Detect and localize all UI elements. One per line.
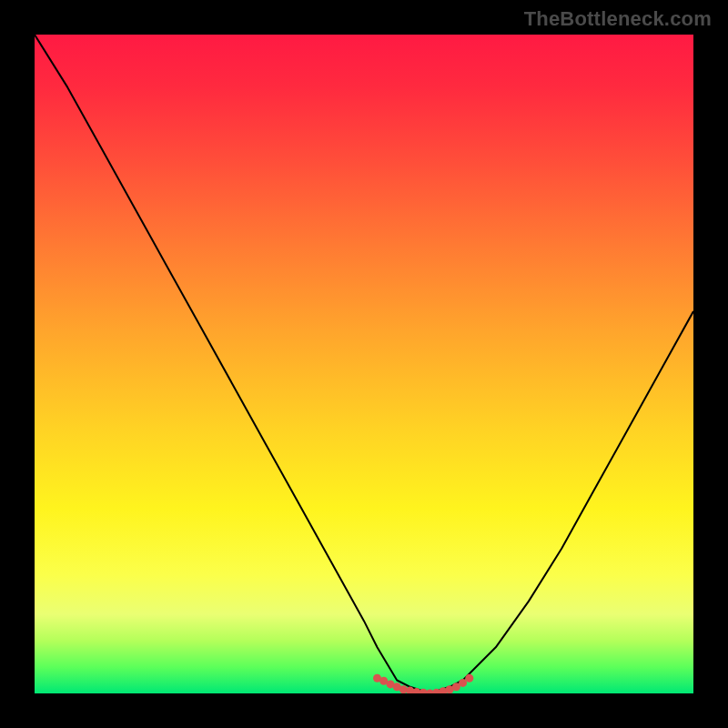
chart-frame: TheBottleneck.com bbox=[0, 0, 728, 728]
optimal-dot bbox=[465, 674, 473, 682]
chart-svg bbox=[35, 35, 693, 693]
watermark-text: TheBottleneck.com bbox=[524, 7, 712, 31]
optimal-zone-dots bbox=[373, 674, 473, 693]
bottleneck-curve bbox=[35, 35, 693, 693]
plot-area bbox=[35, 35, 693, 693]
